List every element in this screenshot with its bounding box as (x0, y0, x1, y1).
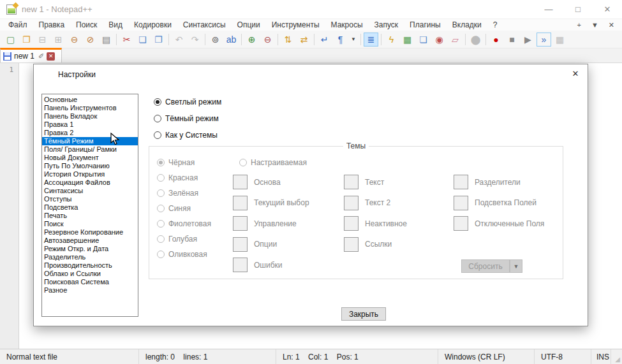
zoom-out-icon[interactable]: ⊖ (260, 33, 275, 47)
menu-item[interactable]: Инструменты (266, 20, 325, 29)
document-switcher-icon[interactable]: ❏ (416, 33, 431, 47)
settings-category-item[interactable]: Отступы (42, 195, 138, 203)
save-macro-icon[interactable]: ▦ (552, 33, 567, 47)
reset-button: Сбросить (461, 259, 510, 273)
menu-item[interactable]: ? (487, 20, 503, 29)
title-bar: new 1 - Notepad++ —□✕ (0, 0, 622, 19)
settings-category-item[interactable]: Режим Откр. и Дата (42, 245, 138, 253)
save-all-icon[interactable]: ⊞ (51, 33, 66, 47)
menu-item[interactable]: Поиск (70, 20, 103, 29)
menu-item[interactable]: Кодировки (128, 20, 177, 29)
sync-horizontal-scroll-icon[interactable]: ⇄ (297, 33, 311, 47)
settings-category-item[interactable]: Основные (42, 96, 138, 104)
toolbar-separator (312, 33, 316, 47)
save-icon[interactable]: ⊟ (35, 33, 50, 47)
dialog-close-icon[interactable]: ✕ (570, 68, 581, 80)
settings-category-item[interactable]: Облако и Ссылки (42, 270, 138, 278)
settings-category-item[interactable]: История Открытия (42, 170, 138, 178)
minimize-button[interactable]: — (534, 0, 563, 18)
tab-list-dropdown-icon[interactable]: ▼ (591, 21, 598, 29)
settings-category-item[interactable]: Производительность (42, 261, 138, 270)
mode-radio[interactable]: Тёмный режим (154, 114, 219, 123)
settings-category-item[interactable]: Печать (42, 212, 138, 220)
tab-new-1[interactable]: new 1 ✐ ✕ (0, 48, 62, 62)
color-field: Текущий выбор (233, 196, 309, 210)
file-monitoring-icon[interactable]: ◉ (432, 33, 447, 47)
word-wrap-icon[interactable]: ↵ (317, 33, 332, 47)
menu-bar: ФайлПравкаПоискВидКодировкиСинтаксисыОпц… (0, 19, 622, 31)
close-file-icon[interactable]: ⊖ (67, 33, 82, 47)
menu-items: ФайлПравкаПоискВидКодировкиСинтаксисыОпц… (3, 20, 503, 29)
run-macro-multiple-icon[interactable]: » (537, 33, 551, 47)
status-encoding[interactable]: UTF-8 (535, 349, 591, 364)
close-all-icon[interactable]: ⊘ (83, 33, 98, 47)
settings-category-item[interactable]: Панель Инструментов (42, 104, 138, 112)
redo-icon[interactable]: ↷ (188, 33, 202, 47)
color-swatch-button (344, 175, 359, 189)
settings-category-item[interactable]: Поиск (42, 220, 138, 228)
settings-category-item[interactable]: Новый Документ (42, 154, 138, 162)
record-macro-icon[interactable]: ● (489, 33, 503, 47)
menu-item[interactable]: Макросы (325, 20, 369, 29)
mode-radio[interactable]: Как у Системы (154, 131, 218, 140)
menu-item[interactable]: Плагины (404, 20, 447, 29)
status-eol-format[interactable]: Windows (CR LF) (438, 349, 535, 364)
pin-tab-icon[interactable]: ✐ (38, 52, 44, 61)
settings-category-item[interactable]: Ассоциация Файлов (42, 178, 138, 187)
notepad-plus-plus-icon (6, 4, 17, 15)
toolbar-separator (276, 33, 280, 47)
play-macro-icon[interactable]: ▶ (521, 33, 535, 47)
menu-item[interactable]: Синтаксисы (177, 20, 232, 29)
settings-category-item[interactable]: Синтаксисы (42, 187, 138, 195)
new-file-icon[interactable]: ▢ (3, 33, 18, 47)
settings-category-item[interactable]: Разделитель (42, 253, 138, 261)
close-tab-button[interactable]: ✕ (609, 21, 614, 29)
document-map-icon[interactable]: ▦ (400, 33, 415, 47)
maximize-button[interactable]: □ (563, 0, 593, 18)
settings-category-item[interactable]: Правка 2 (42, 129, 138, 137)
status-insert-mode[interactable]: INS (591, 349, 611, 364)
settings-category-item[interactable]: Поисковая Система (42, 278, 138, 286)
menu-item[interactable]: Запуск (369, 20, 404, 29)
window-controls: —□✕ (534, 0, 622, 18)
settings-category-item[interactable]: Панель Вкладок (42, 112, 138, 120)
settings-category-item[interactable]: Путь По Умолчанию (42, 162, 138, 170)
cut-icon[interactable]: ✂ (119, 33, 134, 47)
zoom-in-icon[interactable]: ⊕ (244, 33, 259, 47)
menu-item[interactable]: Правка (33, 20, 71, 29)
show-symbols-dropdown-icon[interactable]: ▼ (349, 33, 358, 47)
show-all-characters-icon[interactable]: ¶ (333, 33, 348, 47)
find-icon[interactable]: ⊚ (208, 33, 223, 47)
undo-icon[interactable]: ↶ (172, 33, 186, 47)
replace-icon[interactable]: ab (224, 33, 239, 47)
mode-radio[interactable]: Светлый режим (154, 98, 221, 106)
menu-item[interactable]: Файл (3, 20, 33, 29)
print-icon[interactable]: ▤ (99, 33, 114, 47)
settings-category-item[interactable]: Тёмный Режим (42, 137, 138, 145)
settings-category-item[interactable]: Разное (42, 286, 138, 295)
sync-vertical-scroll-icon[interactable]: ⇅ (281, 33, 295, 47)
close-tab-icon[interactable]: ✕ (47, 52, 55, 61)
settings-category-item[interactable]: Правка 1 (42, 120, 138, 129)
new-tab-button[interactable]: + (577, 21, 581, 29)
paste-icon[interactable]: ❐ (151, 33, 166, 47)
close-button[interactable]: ✕ (593, 0, 622, 18)
function-completion-icon[interactable]: ϟ (384, 33, 399, 47)
close-dialog-button[interactable]: Закрыть (341, 307, 386, 321)
reset-button-group: Сбросить ▼ (461, 259, 522, 273)
settings-category-item[interactable]: Поля/ Границы/ Рамки (42, 145, 138, 154)
menu-item[interactable]: Опции (232, 20, 266, 29)
plugin-oval-icon[interactable]: ⬤ (468, 33, 483, 47)
menu-item[interactable]: Вкладки (447, 20, 487, 29)
open-file-icon[interactable]: ❐ (19, 33, 34, 47)
resize-grip[interactable]: ◢ (615, 356, 622, 364)
indent-guide-icon[interactable]: ≣ (364, 33, 378, 47)
settings-category-item[interactable]: Резервное Копирование (42, 228, 138, 237)
settings-category-item[interactable]: Автозавершение (42, 237, 138, 245)
menu-item[interactable]: Вид (103, 20, 128, 29)
folder-as-workspace-icon[interactable]: ▱ (448, 33, 463, 47)
copy-icon[interactable]: ❏ (135, 33, 150, 47)
settings-category-item[interactable]: Подсветка (42, 203, 138, 212)
toolbar-separator (203, 33, 207, 47)
stop-macro-icon[interactable]: ■ (505, 33, 519, 47)
